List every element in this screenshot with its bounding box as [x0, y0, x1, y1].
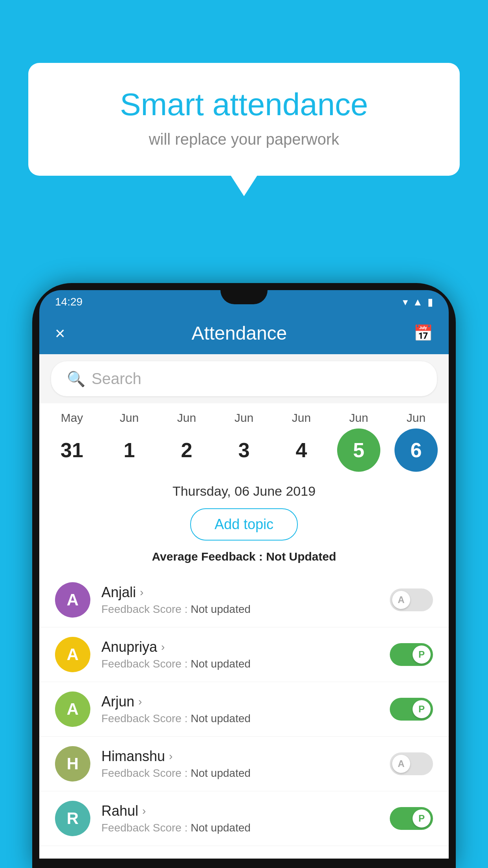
student-item[interactable]: H Himanshu › Feedback Score : Not update… [39, 737, 449, 791]
student-name: Rahul › [101, 803, 379, 819]
status-bar: 14:29 ▾ ▲ ▮ [39, 290, 449, 312]
toggle-knob: A [392, 591, 410, 609]
bubble-title: Smart attendance [60, 86, 428, 123]
notch [220, 290, 268, 304]
toggle-switch[interactable]: A [390, 588, 433, 611]
avatar: A [55, 582, 90, 618]
date-day: 31 [50, 428, 94, 472]
toggle-switch[interactable]: P [390, 643, 433, 666]
status-time: 14:29 [55, 296, 83, 308]
date-month: Jun [120, 411, 139, 425]
attendance-toggle[interactable]: P [390, 698, 433, 721]
avatar: A [55, 637, 90, 672]
toggle-knob: P [413, 809, 431, 828]
date-day: 1 [108, 428, 151, 472]
student-item[interactable]: R Rahul › Feedback Score : Not updated P [39, 791, 449, 846]
date-month: Jun [349, 411, 368, 425]
feedback-score: Feedback Score : Not updated [101, 603, 379, 616]
chevron-icon: › [140, 586, 143, 599]
attendance-toggle[interactable]: P [390, 807, 433, 830]
search-input[interactable]: 🔍 Search [51, 361, 437, 396]
student-list: A Anjali › Feedback Score : Not updated … [39, 573, 449, 846]
student-info: Anupriya › Feedback Score : Not updated [101, 639, 379, 670]
wifi-icon: ▾ [403, 296, 408, 308]
date-item[interactable]: Jun 6 [389, 411, 444, 472]
student-info: Rahul › Feedback Score : Not updated [101, 803, 379, 834]
student-item[interactable]: A Anupriya › Feedback Score : Not update… [39, 627, 449, 682]
search-placeholder: Search [92, 370, 141, 388]
date-day: 6 [394, 428, 438, 472]
header-title: Attendance [191, 322, 287, 344]
add-topic-button[interactable]: Add topic [190, 508, 298, 541]
date-month: Jun [177, 411, 196, 425]
attendance-toggle[interactable]: A [390, 588, 433, 611]
date-day: 2 [165, 428, 208, 472]
feedback-score: Feedback Score : Not updated [101, 822, 379, 834]
feedback-score: Feedback Score : Not updated [101, 767, 379, 780]
date-item[interactable]: May 31 [44, 411, 99, 472]
speech-bubble: Smart attendance will replace your paper… [28, 63, 460, 176]
avg-feedback-label: Average Feedback : [152, 550, 262, 563]
selected-date: Thursday, 06 June 2019 [55, 484, 433, 499]
student-name: Arjun › [101, 693, 379, 710]
student-info: Arjun › Feedback Score : Not updated [101, 693, 379, 725]
close-button[interactable]: × [55, 324, 65, 343]
avatar: H [55, 746, 90, 782]
date-item[interactable]: Jun 5 [331, 411, 386, 472]
date-item[interactable]: Jun 3 [216, 411, 272, 472]
avg-feedback-value: Not Updated [266, 550, 336, 563]
student-info: Himanshu › Feedback Score : Not updated [101, 748, 379, 780]
date-item[interactable]: Jun 1 [102, 411, 157, 472]
date-month: Jun [292, 411, 311, 425]
toggle-knob: P [413, 645, 431, 664]
avatar: R [55, 801, 90, 836]
date-item[interactable]: Jun 2 [159, 411, 214, 472]
app-header: × Attendance 📅 [39, 312, 449, 354]
bubble-subtitle: will replace your paperwork [60, 131, 428, 148]
chevron-icon: › [138, 695, 142, 708]
chevron-icon: › [161, 641, 165, 653]
selected-date-section: Thursday, 06 June 2019 Add topic Average… [39, 472, 449, 573]
avatar: A [55, 691, 90, 727]
student-info: Anjali › Feedback Score : Not updated [101, 584, 379, 616]
date-item[interactable]: Jun 4 [274, 411, 329, 472]
battery-icon: ▮ [427, 296, 433, 308]
chevron-icon: › [142, 805, 146, 817]
date-day: 3 [222, 428, 266, 472]
feedback-score: Feedback Score : Not updated [101, 658, 379, 670]
date-day: 5 [337, 428, 380, 472]
phone-frame: 14:29 ▾ ▲ ▮ × Attendance 📅 🔍 Search May … [32, 283, 456, 868]
feedback-score: Feedback Score : Not updated [101, 712, 379, 725]
student-name: Himanshu › [101, 748, 379, 765]
toggle-knob: A [392, 755, 410, 773]
toggle-switch[interactable]: P [390, 807, 433, 830]
student-name: Anjali › [101, 584, 379, 601]
search-icon: 🔍 [67, 370, 85, 388]
chevron-icon: › [169, 750, 172, 763]
date-month: May [61, 411, 83, 425]
status-icons: ▾ ▲ ▮ [403, 296, 433, 308]
student-item[interactable]: A Anjali › Feedback Score : Not updated … [39, 573, 449, 627]
date-row: May 31 Jun 1 Jun 2 Jun 3 Jun 4 Jun 5 Jun… [39, 403, 449, 472]
toggle-switch[interactable]: A [390, 752, 433, 775]
toggle-knob: P [413, 700, 431, 718]
date-day: 4 [280, 428, 323, 472]
date-month: Jun [407, 411, 426, 425]
student-item[interactable]: A Arjun › Feedback Score : Not updated P [39, 682, 449, 737]
date-month: Jun [235, 411, 253, 425]
toggle-switch[interactable]: P [390, 698, 433, 721]
search-bar: 🔍 Search [39, 354, 449, 403]
avg-feedback: Average Feedback : Not Updated [55, 550, 433, 563]
calendar-icon[interactable]: 📅 [413, 324, 433, 342]
attendance-toggle[interactable]: A [390, 752, 433, 775]
signal-icon: ▲ [413, 296, 423, 308]
app-screen: × Attendance 📅 🔍 Search May 31 Jun 1 Jun… [39, 312, 449, 859]
student-name: Anupriya › [101, 639, 379, 655]
attendance-toggle[interactable]: P [390, 643, 433, 666]
